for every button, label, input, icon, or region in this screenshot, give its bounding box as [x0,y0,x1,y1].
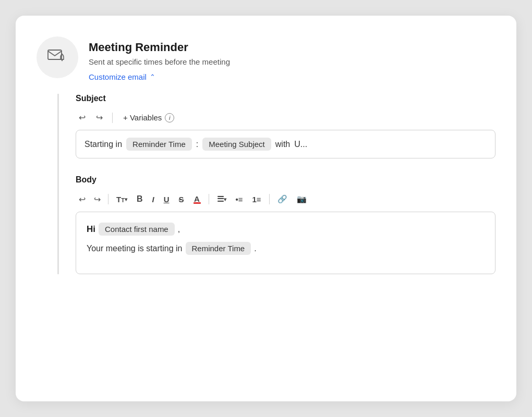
reminder-time-tag-body[interactable]: Reminder Time [186,242,251,255]
subject-meeting-subject-tag[interactable]: Meeting Subject [202,138,271,151]
bold-button[interactable]: B [133,192,147,206]
body-undo-icon: ↩ [79,194,86,204]
svg-point-3 [62,54,63,55]
subject-with: with [275,140,290,149]
image-icon: 📷 [297,194,307,204]
body-undo-button[interactable]: ↩ [76,192,89,206]
italic-icon: I [152,195,154,204]
strikethrough-button[interactable]: S [175,192,187,206]
text-size-button[interactable]: TT ▾ [113,192,131,206]
image-button[interactable]: 📷 [293,192,310,206]
customize-email-link[interactable]: Customize email ⌃ [89,72,230,81]
body-toolbar-divider-3 [269,194,270,204]
ordered-list-button[interactable]: 1≡ [249,192,265,206]
bold-icon: B [137,194,143,204]
header-text: Meeting Reminder Sent at specific times … [89,36,230,81]
bullet-list-button[interactable]: •≡ [232,192,247,206]
svg-rect-0 [48,50,62,59]
contact-first-name-tag[interactable]: Contact first name [99,223,175,236]
subject-starting-in: Starting in [84,140,122,149]
customize-email-label: Customize email [89,72,147,81]
svg-point-2 [62,60,63,61]
body-label: Body [76,175,495,185]
subject-label: Subject [76,94,495,103]
body-toolbar-divider-1 [108,194,108,204]
redo-icon: ↪ [96,113,103,122]
hi-text: Hi [87,224,95,235]
header-icon-circle [37,36,78,78]
comma: , [178,225,180,234]
italic-button[interactable]: I [148,192,158,206]
align-dropdown-icon: ▾ [224,197,226,202]
body-line-2-text: Your meeting is starting in [87,244,183,253]
subject-reminder-time-tag[interactable]: Reminder Time [126,138,192,151]
header-section: Meeting Reminder Sent at specific times … [37,36,495,81]
subject-toolbar: ↩ ↪ + Variables i [76,111,495,125]
subject-field[interactable]: Starting in Reminder Time : Meeting Subj… [76,130,495,158]
chevron-up-icon: ⌃ [150,73,155,81]
body-toolbar: ↩ ↪ TT ▾ B I U S A [76,192,495,206]
undo-icon: ↩ [79,113,86,122]
body-line-2: Your meeting is starting in Reminder Tim… [87,242,485,255]
content-section: Subject ↩ ↪ + Variables i Starting in Re… [57,94,495,274]
bullet-list-icon: •≡ [236,195,243,204]
ordered-list-icon: 1≡ [252,195,261,204]
subject-undo-button[interactable]: ↩ [76,111,89,125]
header-title: Meeting Reminder [89,41,230,54]
underline-icon: U [164,195,170,204]
body-toolbar-divider-2 [209,194,209,204]
font-color-button[interactable]: A [190,192,204,206]
body-redo-icon: ↪ [94,194,101,204]
body-field[interactable]: Hi Contact first name , Your meeting is … [76,212,495,274]
link-button[interactable]: 🔗 [274,192,291,206]
link-icon: 🔗 [277,194,287,204]
text-size-dropdown-icon: ▾ [125,197,127,202]
subject-redo-button[interactable]: ↪ [93,111,106,125]
email-bell-icon [46,46,69,69]
subject-colon: : [196,140,198,149]
toolbar-divider-1 [112,113,113,123]
text-size-icon: TT [116,195,125,204]
align-button[interactable]: ☰ ▾ [213,192,230,206]
body-line-1: Hi Contact first name , [87,223,485,236]
variables-button[interactable]: + Variables i [119,111,178,125]
main-card: Meeting Reminder Sent at specific times … [16,16,516,401]
underline-button[interactable]: U [160,192,173,206]
header-subtitle: Sent at specific times before the meetin… [89,57,230,66]
align-icon: ☰ [217,194,224,204]
variables-label: + Variables [123,113,162,122]
period: . [254,244,256,253]
body-redo-button[interactable]: ↪ [91,192,104,206]
subject-overflow: U... [294,140,307,149]
font-color-icon: A [194,194,201,204]
info-icon: i [165,113,174,122]
strikethrough-icon: S [178,195,184,204]
